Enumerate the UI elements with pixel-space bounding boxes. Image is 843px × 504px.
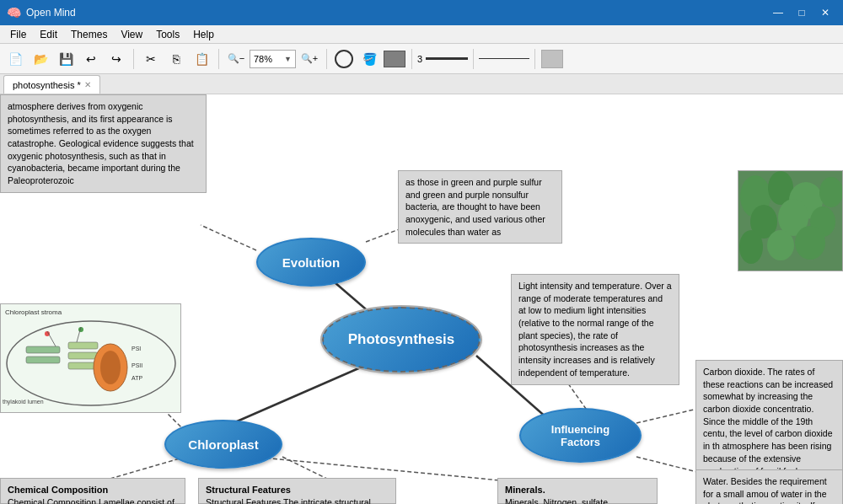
- svg-point-22: [795, 226, 825, 260]
- cut-button[interactable]: ✂: [139, 47, 163, 71]
- chloroplast-diagram: Chloroplast stroma thylakoid lumen PSI P…: [0, 303, 181, 413]
- tab-label: photosynthesis *: [13, 80, 81, 90]
- minimize-button[interactable]: —: [767, 5, 789, 20]
- svg-line-3: [201, 225, 256, 250]
- thin-line-icon: [479, 58, 529, 59]
- note-chemical-title: Chemical Composition: [8, 485, 108, 495]
- line-thickness-group: 3: [417, 54, 468, 64]
- svg-point-20: [739, 230, 763, 264]
- svg-point-16: [819, 177, 843, 207]
- menu-file[interactable]: File: [3, 27, 33, 42]
- plant-image: [738, 170, 843, 271]
- note-evolution-left-text: atmosphere derives from oxygenic photosy…: [8, 101, 194, 185]
- separator-4: [411, 49, 412, 69]
- note-water-text: Water. Besides the requirement for a sma…: [703, 476, 831, 504]
- node-influencing-label: Influencing Factors: [551, 423, 609, 448]
- zoom-dropdown-arrow[interactable]: ▼: [284, 55, 292, 63]
- node-evolution-label: Evolution: [282, 255, 340, 270]
- note-minerals: Minerals. Minerals. Nitrogen, sulfate, p…: [497, 478, 658, 504]
- toolbar: 📄 📂 💾 ↩ ↪ ✂ ⎘ 📋 🔍− 78% ▼ 🔍+ 🪣 3: [0, 44, 843, 74]
- undo-button[interactable]: ↩: [79, 47, 103, 71]
- app-icon: 🧠: [7, 6, 21, 19]
- zoom-in-button[interactable]: 🔍+: [298, 47, 321, 71]
- note-evolution-left: atmosphere derives from oxygenic photosy…: [0, 94, 207, 193]
- menu-view[interactable]: View: [114, 27, 149, 42]
- note-light-intensity: Light intensity and temperature. Over a …: [511, 274, 679, 385]
- circle-tool[interactable]: [332, 47, 356, 71]
- svg-text:Chloroplast stroma: Chloroplast stroma: [5, 308, 62, 316]
- note-evolution-right: as those in green and purple sulfur and …: [398, 170, 562, 244]
- separator-5: [473, 49, 474, 69]
- tab-bar: photosynthesis * ✕: [0, 74, 843, 94]
- tab-photosynthesis[interactable]: photosynthesis * ✕: [3, 75, 100, 94]
- title-bar: 🧠 Open Mind — □ ✕: [0, 0, 843, 25]
- save-button[interactable]: 💾: [54, 47, 78, 71]
- thick-line-icon: [426, 57, 468, 60]
- note-minerals-title: Minerals.: [505, 485, 545, 495]
- menu-bar: File Edit Themes View Tools Help: [0, 25, 843, 44]
- node-chloroplast-label: Chloroplast: [188, 437, 258, 452]
- zoom-out-button[interactable]: 🔍−: [224, 47, 248, 71]
- menu-help[interactable]: Help: [186, 27, 221, 42]
- svg-text:PSII: PSII: [132, 362, 142, 368]
- flag-button[interactable]: [540, 47, 564, 71]
- node-photosynthesis[interactable]: Photosynthesis: [322, 307, 481, 373]
- note-light-text: Light intensity and temperature. Over a …: [518, 281, 672, 378]
- note-structural-text: Structural Features The intricate struct…: [206, 497, 387, 504]
- svg-rect-27: [26, 357, 60, 363]
- chloro-svg: Chloroplast stroma thylakoid lumen PSI P…: [1, 304, 181, 413]
- menu-tools[interactable]: Tools: [149, 27, 186, 42]
- svg-rect-26: [26, 346, 60, 353]
- zoom-select[interactable]: 78% ▼: [250, 50, 296, 68]
- color-button[interactable]: [383, 47, 406, 71]
- separator-1: [133, 49, 134, 69]
- title-bar-controls: — □ ✕: [767, 5, 836, 20]
- copy-button[interactable]: ⎘: [164, 47, 188, 71]
- line-style-group: [479, 58, 529, 59]
- menu-edit[interactable]: Edit: [33, 27, 64, 42]
- zoom-value: 78%: [254, 54, 284, 64]
- node-influencing-factors[interactable]: Influencing Factors: [519, 408, 642, 463]
- svg-text:thylakoid lumen: thylakoid lumen: [3, 399, 44, 405]
- svg-rect-28: [68, 342, 98, 349]
- svg-rect-29: [68, 352, 98, 359]
- note-chemical-composition: Chemical Composition Chemical Compositio…: [0, 478, 185, 504]
- note-evolution-right-text: as those in green and purple sulfur and …: [405, 177, 545, 237]
- svg-text:PSI: PSI: [132, 346, 141, 351]
- flag-icon: [541, 50, 563, 68]
- canvas-area[interactable]: atmosphere derives from oxygenic photosy…: [0, 94, 843, 504]
- paste-button[interactable]: 📋: [190, 47, 213, 71]
- title-bar-title: Open Mind: [26, 7, 767, 19]
- note-structural-title: Structural Features: [206, 485, 291, 495]
- plant-svg: [738, 171, 843, 271]
- svg-line-7: [636, 457, 704, 474]
- close-button[interactable]: ✕: [814, 5, 836, 20]
- node-photosynthesis-label: Photosynthesis: [348, 331, 455, 348]
- redo-button[interactable]: ↪: [105, 47, 128, 71]
- separator-6: [534, 49, 535, 69]
- separator-3: [326, 49, 327, 69]
- svg-line-1: [223, 367, 362, 427]
- svg-point-21: [767, 230, 794, 260]
- tab-close-button[interactable]: ✕: [84, 80, 91, 89]
- new-button[interactable]: 📄: [3, 47, 27, 71]
- fill-tool[interactable]: 🪣: [357, 47, 381, 71]
- svg-point-32: [100, 351, 121, 384]
- maximize-button[interactable]: □: [791, 5, 813, 20]
- node-evolution[interactable]: Evolution: [256, 238, 366, 287]
- svg-text:ATP: ATP: [132, 375, 142, 381]
- note-chemical-text: Chemical Composition Lamellae consist of…: [8, 497, 176, 504]
- menu-themes[interactable]: Themes: [64, 27, 114, 42]
- note-minerals-text: Minerals. Nitrogen, sulfate, phosphate, …: [505, 497, 619, 504]
- note-structural: Structural Features Structural Features …: [198, 478, 396, 504]
- note-water: Water. Besides the requirement for a sma…: [695, 469, 843, 504]
- node-chloroplast[interactable]: Chloroplast: [164, 420, 282, 469]
- open-button[interactable]: 📂: [29, 47, 52, 71]
- separator-2: [218, 49, 219, 69]
- circle-icon: [335, 50, 353, 68]
- line-num: 3: [417, 54, 422, 64]
- color-swatch: [384, 51, 405, 67]
